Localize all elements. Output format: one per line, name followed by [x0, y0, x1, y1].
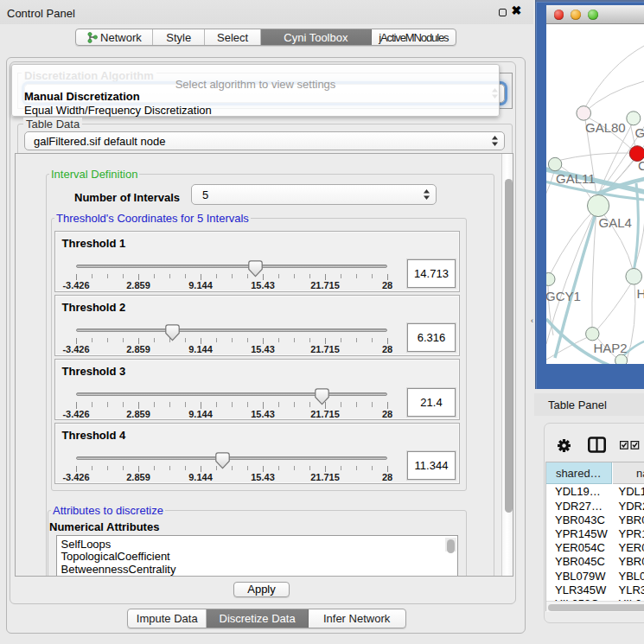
svg-text:GA: GA — [634, 125, 644, 140]
svg-text:GAL4: GAL4 — [598, 215, 631, 230]
svg-text:HAP2: HAP2 — [593, 341, 627, 355]
svg-text:GAL11: GAL11 — [556, 171, 596, 186]
svg-text:GAL80: GAL80 — [585, 120, 626, 135]
svg-text:C: C — [638, 158, 644, 173]
svg-text:GCY1: GCY1 — [546, 289, 581, 303]
svg-text:H: H — [636, 286, 644, 301]
